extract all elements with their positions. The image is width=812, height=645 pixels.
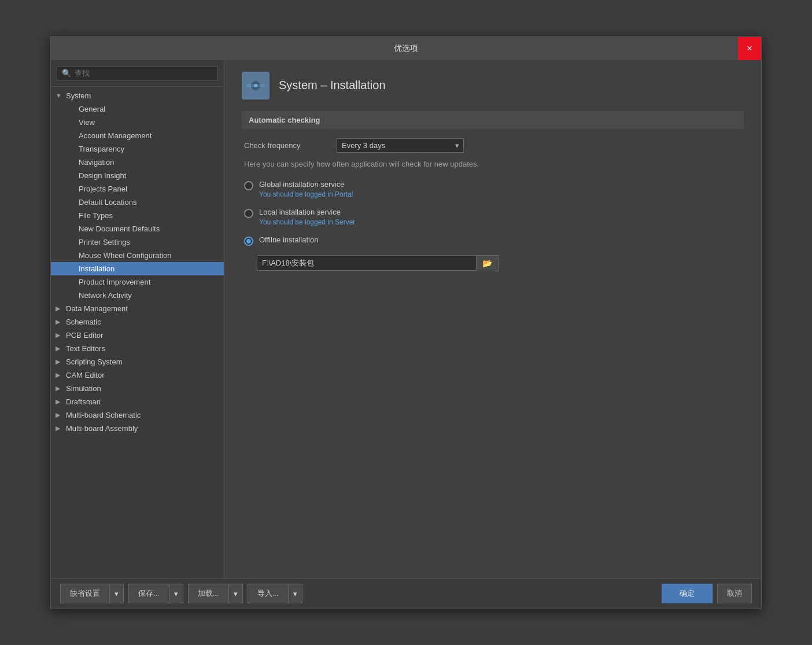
sidebar-item-printer-settings[interactable]: Printer Settings	[51, 235, 224, 249]
default-settings-dropdown[interactable]: ▾	[110, 584, 124, 603]
radio-label-global: Global installation service	[259, 180, 353, 189]
sidebar-item-schematic[interactable]: ▶Schematic	[51, 315, 224, 329]
path-input[interactable]	[257, 255, 477, 271]
page-title: System – Installation	[279, 79, 386, 92]
sidebar-item-multi-board-assembly[interactable]: ▶Multi-board Assembly	[51, 422, 224, 435]
sidebar-item-general[interactable]: General	[51, 102, 224, 116]
sidebar-item-pcb-editor[interactable]: ▶PCB Editor	[51, 329, 224, 342]
close-button[interactable]: ×	[738, 37, 761, 60]
sidebar-item-view[interactable]: View	[51, 116, 224, 129]
sidebar-item-label: Network Activity	[79, 291, 132, 300]
save-group: 保存... ▾	[128, 584, 183, 603]
sidebar-item-label: Projects Panel	[79, 185, 127, 193]
page-icon	[242, 72, 270, 99]
sidebar: 🔍 ▼SystemGeneralViewAccount ManagementTr…	[51, 60, 224, 578]
sidebar-item-label: Installation	[79, 264, 115, 273]
import-button[interactable]: 导入...	[248, 584, 289, 603]
sidebar-item-transparency[interactable]: Transparency	[51, 142, 224, 156]
sidebar-item-data-management[interactable]: ▶Data Management	[51, 302, 224, 315]
arrow-icon: ▶	[56, 318, 62, 326]
arrow-icon: ▶	[56, 371, 62, 379]
sidebar-item-mouse-wheel-configuration[interactable]: Mouse Wheel Configuration	[51, 249, 224, 262]
load-dropdown[interactable]: ▾	[229, 584, 243, 603]
dialog-title: 优选项	[394, 43, 418, 54]
sidebar-item-cam-editor[interactable]: ▶CAM Editor	[51, 368, 224, 382]
footer: 缺省设置 ▾ 保存... ▾ 加载... ▾ 导入... ▾ 确定 取消	[51, 578, 761, 609]
footer-left: 缺省设置 ▾ 保存... ▾ 加载... ▾ 导入... ▾	[60, 584, 662, 603]
sidebar-item-file-types[interactable]: File Types	[51, 209, 224, 222]
sidebar-item-product-improvement[interactable]: Product Improvement	[51, 275, 224, 289]
browse-button[interactable]: 📂	[477, 255, 499, 271]
load-button[interactable]: 加载...	[188, 584, 229, 603]
check-frequency-select[interactable]: Every dayEvery 3 daysEvery weekEvery mon…	[337, 138, 464, 153]
arrow-icon: ▶	[56, 305, 62, 312]
sidebar-item-projects-panel[interactable]: Projects Panel	[51, 182, 224, 196]
save-button[interactable]: 保存...	[128, 584, 169, 603]
radio-button-local[interactable]	[244, 209, 253, 218]
footer-right: 确定 取消	[662, 584, 752, 603]
check-frequency-select-wrap: Every dayEvery 3 daysEvery weekEvery mon…	[337, 138, 464, 153]
check-frequency-description: Here you can specify how often applicati…	[244, 160, 744, 168]
dialog-window: 优选项 × 🔍 ▼SystemGeneralViewAccount Manage…	[50, 36, 762, 609]
sidebar-item-new-document-defaults[interactable]: New Document Defaults	[51, 222, 224, 235]
search-input-wrap: 🔍	[57, 66, 218, 80]
radio-sublabel-local[interactable]: You should be logged in Server	[259, 218, 355, 226]
sidebar-item-label: New Document Defaults	[79, 224, 160, 233]
sidebar-item-label: General	[79, 105, 105, 113]
tree: ▼SystemGeneralViewAccount ManagementTran…	[51, 87, 224, 578]
radio-button-offline[interactable]	[244, 237, 253, 246]
sidebar-item-installation[interactable]: Installation	[51, 262, 224, 275]
radio-item-local[interactable]: Local installation serviceYou should be …	[242, 208, 744, 226]
sidebar-item-default-locations[interactable]: Default Locations	[51, 196, 224, 209]
sidebar-item-label: Navigation	[79, 158, 114, 167]
sidebar-item-label: Data Management	[66, 304, 128, 313]
sidebar-item-network-activity[interactable]: Network Activity	[51, 289, 224, 302]
radio-button-global[interactable]	[244, 181, 253, 190]
arrow-icon: ▶	[56, 425, 62, 432]
check-frequency-label: Check frequency	[244, 141, 337, 150]
arrow-icon: ▶	[56, 345, 62, 352]
radio-item-global[interactable]: Global installation serviceYou should be…	[242, 180, 744, 198]
sidebar-item-label: View	[79, 118, 95, 127]
sidebar-item-design-insight[interactable]: Design Insight	[51, 169, 224, 182]
default-settings-group: 缺省设置 ▾	[60, 584, 124, 603]
dialog-body: 🔍 ▼SystemGeneralViewAccount ManagementTr…	[51, 60, 761, 578]
sidebar-item-label: Account Management	[79, 131, 152, 140]
arrow-icon: ▶	[56, 398, 62, 406]
sidebar-item-navigation[interactable]: Navigation	[51, 156, 224, 169]
arrow-icon: ▶	[56, 331, 62, 339]
sidebar-item-system[interactable]: ▼System	[51, 89, 224, 102]
ok-button[interactable]: 确定	[662, 584, 713, 603]
sidebar-item-label: Multi-board Schematic	[66, 411, 141, 419]
save-dropdown[interactable]: ▾	[169, 584, 183, 603]
arrow-icon: ▶	[56, 358, 62, 366]
sidebar-item-label: System	[66, 91, 91, 100]
sidebar-item-simulation[interactable]: ▶Simulation	[51, 382, 224, 395]
sidebar-item-account-management[interactable]: Account Management	[51, 129, 224, 142]
sidebar-item-label: Design Insight	[79, 171, 126, 180]
search-input[interactable]	[75, 69, 213, 78]
sidebar-item-label: Simulation	[66, 384, 101, 393]
sidebar-item-label: File Types	[79, 211, 113, 220]
sidebar-item-text-editors[interactable]: ▶Text Editors	[51, 342, 224, 355]
radio-content-local: Local installation serviceYou should be …	[259, 208, 355, 226]
default-settings-button[interactable]: 缺省设置	[60, 584, 110, 603]
sidebar-item-scripting-system[interactable]: ▶Scripting System	[51, 355, 224, 368]
radio-item-offline[interactable]: Offline installation	[242, 235, 744, 246]
radio-group: Global installation serviceYou should be…	[242, 180, 744, 271]
sidebar-item-label: CAM Editor	[66, 371, 104, 379]
sidebar-item-label: Transparency	[79, 145, 124, 153]
radio-content-global: Global installation serviceYou should be…	[259, 180, 353, 198]
radio-sublabel-global[interactable]: You should be logged in Portal	[259, 190, 353, 198]
cancel-button[interactable]: 取消	[717, 584, 752, 603]
sidebar-item-multi-board-schematic[interactable]: ▶Multi-board Schematic	[51, 408, 224, 422]
sidebar-item-draftsman[interactable]: ▶Draftsman	[51, 395, 224, 408]
radio-content-offline: Offline installation	[259, 235, 318, 246]
sidebar-item-label: Scripting System	[66, 357, 123, 366]
sidebar-item-label: Schematic	[66, 318, 101, 326]
arrow-icon: ▶	[56, 411, 62, 419]
import-dropdown[interactable]: ▾	[289, 584, 302, 603]
sidebar-item-label: Product Improvement	[79, 278, 150, 286]
section-header: Automatic checking	[242, 111, 744, 129]
sidebar-item-label: Draftsman	[66, 397, 101, 406]
